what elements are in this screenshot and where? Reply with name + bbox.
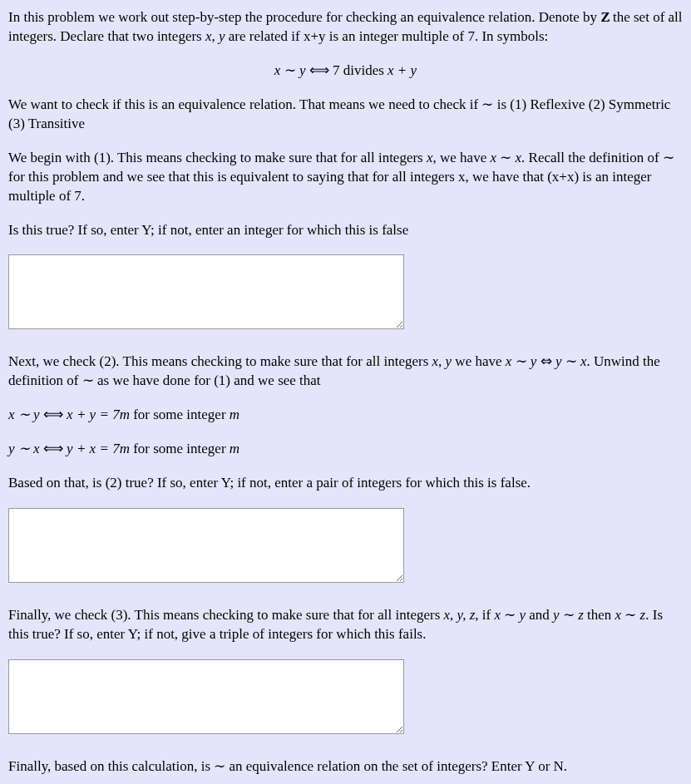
- comma: ,: [450, 607, 457, 623]
- var-x: x: [516, 150, 522, 165]
- text: , if: [475, 607, 494, 623]
- intro-paragraph: In this problem we work out step-by-step…: [8, 8, 683, 47]
- eq-iff: ⟺: [305, 62, 333, 78]
- iff: ⟺: [40, 407, 67, 422]
- comma: ,: [462, 607, 470, 623]
- equation-display-1: x ∼ y ⟺ 7 divides x + y: [8, 62, 683, 81]
- text: Next, we check (2). This means checking …: [8, 353, 432, 369]
- answer-input-1[interactable]: [8, 254, 404, 329]
- var-m: m: [230, 407, 239, 422]
- expr: y + x = 7m: [67, 441, 130, 456]
- expr: x ∼ y: [8, 407, 40, 422]
- eq-rel: ∼: [280, 62, 299, 78]
- text: we have: [452, 353, 506, 369]
- text: then: [584, 607, 615, 623]
- var-z: z: [578, 607, 584, 623]
- var-y: y: [520, 607, 526, 623]
- rel-sym: ∼: [561, 353, 580, 369]
- iff: ⟺: [40, 441, 67, 456]
- var-y: y: [446, 353, 452, 369]
- symmetric-paragraph: Next, we check (2). This means checking …: [8, 353, 683, 391]
- rel-sym: ∼: [501, 607, 520, 623]
- transitive-paragraph: Finally, we check (3). This means checki…: [8, 606, 683, 644]
- rel-sym: ∼: [621, 607, 640, 623]
- text: In this problem we work out step-by-step…: [8, 9, 600, 25]
- eq-text: 7 divides: [333, 62, 387, 78]
- rel-sym: ∼: [511, 353, 531, 369]
- eq-rhs: x + y: [387, 62, 417, 78]
- text: Finally, we check (3). This means checki…: [8, 607, 444, 623]
- integers-symbol: Z: [600, 8, 609, 27]
- rel-sym: ∼: [496, 150, 516, 165]
- var-m: m: [230, 441, 239, 456]
- expr: y ∼ x: [8, 441, 40, 456]
- text: for some integer: [130, 407, 230, 422]
- symmetric-line-1: x ∼ y ⟺ x + y = 7m for some integer m: [8, 406, 683, 425]
- var-x: x: [444, 607, 451, 623]
- var-y: y: [219, 28, 225, 44]
- var-y: y: [553, 607, 560, 623]
- final-question: Finally, based on this calculation, is ∼…: [8, 757, 683, 777]
- comma: ,: [212, 28, 220, 44]
- var-x: x: [490, 150, 496, 165]
- text: , we have: [433, 150, 491, 165]
- var-x: x: [205, 28, 212, 44]
- iff-sym: ⇔: [536, 353, 555, 369]
- question-1: Is this true? If so, enter Y; if not, en…: [8, 221, 683, 240]
- answer-input-2[interactable]: [8, 508, 404, 583]
- var-x: x: [494, 607, 501, 623]
- var-x: x: [432, 353, 439, 369]
- check-list-paragraph: We want to check if this is an equivalen…: [8, 96, 683, 134]
- var-x: x: [427, 150, 433, 165]
- rel-sym: ∼: [560, 607, 579, 623]
- var-x: x: [615, 607, 622, 623]
- question-2: Based on that, is (2) true? If so, enter…: [8, 474, 683, 493]
- reflexive-paragraph: We begin with (1). This means checking t…: [8, 149, 683, 206]
- answer-input-3[interactable]: [8, 659, 404, 734]
- symmetric-line-2: y ∼ x ⟺ y + x = 7m for some integer m: [8, 440, 683, 459]
- text: are related if x+y is an integer multipl…: [225, 28, 549, 44]
- text: and: [526, 607, 553, 623]
- comma: ,: [438, 353, 446, 369]
- text: for some integer: [130, 441, 230, 456]
- text: We begin with (1). This means checking t…: [8, 150, 427, 165]
- expr: x + y = 7m: [67, 407, 130, 422]
